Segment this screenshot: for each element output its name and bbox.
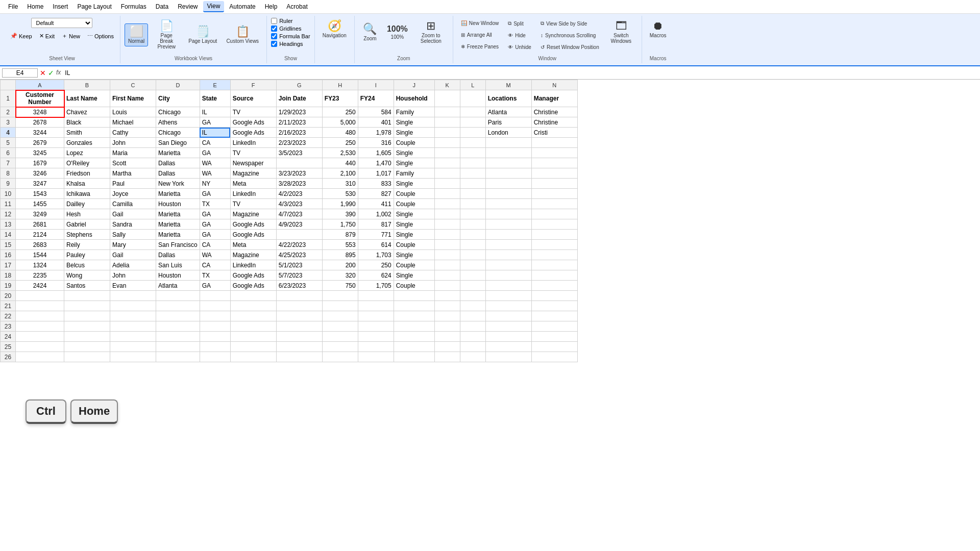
cell-G12[interactable]: 4/7/2023 (276, 209, 322, 219)
cell-G1[interactable]: Join Date (276, 90, 322, 107)
menu-automate[interactable]: Automate (225, 2, 259, 12)
cell-C4[interactable]: Cathy (110, 128, 156, 138)
cell-A5[interactable]: 2679 (16, 138, 64, 148)
menu-page-layout[interactable]: Page Layout (73, 2, 115, 12)
cell-K2[interactable] (434, 107, 460, 117)
cell-D4[interactable]: Chicago (156, 128, 200, 138)
col-header-H[interactable]: H (322, 80, 358, 90)
cell-J5[interactable]: Couple (394, 138, 434, 148)
cell-M5[interactable] (485, 138, 531, 148)
cell-J16[interactable]: Single (394, 250, 434, 260)
row-header-3[interactable]: 3 (1, 117, 16, 128)
cell-I19[interactable]: 1,705 (358, 281, 394, 291)
cell-F13[interactable]: Google Ads (230, 219, 276, 230)
cell-F17[interactable]: LinkedIn (230, 260, 276, 270)
cell-D20[interactable] (156, 291, 200, 301)
cell-K3[interactable] (434, 117, 460, 128)
cell-I2[interactable]: 584 (358, 107, 394, 117)
cell-M15[interactable] (485, 240, 531, 250)
cell-L1[interactable] (460, 90, 485, 107)
cell-K6[interactable] (434, 148, 460, 158)
cell-F2[interactable]: TV (230, 107, 276, 117)
col-header-C[interactable]: C (110, 80, 156, 90)
cell-K10[interactable] (434, 189, 460, 199)
cell-M4[interactable]: London (485, 128, 531, 138)
row-header-13[interactable]: 13 (1, 219, 16, 230)
cell-M19[interactable] (485, 281, 531, 291)
cell-N15[interactable] (531, 240, 577, 250)
cell-E18[interactable]: TX (200, 270, 230, 281)
options-button[interactable]: ⋯ Options (85, 32, 116, 40)
cell-M17[interactable] (485, 260, 531, 270)
cell-J23[interactable] (394, 321, 434, 332)
cell-J8[interactable]: Family (394, 168, 434, 179)
cell-H20[interactable] (322, 291, 358, 301)
cell-K24[interactable] (434, 332, 460, 342)
cell-I7[interactable]: 1,470 (358, 158, 394, 168)
cell-D2[interactable]: Chicago (156, 107, 200, 117)
cell-J2[interactable]: Family (394, 107, 434, 117)
cell-L12[interactable] (460, 209, 485, 219)
row-header-12[interactable]: 12 (1, 209, 16, 219)
cell-L21[interactable] (460, 301, 485, 311)
cell-H24[interactable] (322, 332, 358, 342)
cell-K7[interactable] (434, 158, 460, 168)
cell-J7[interactable]: Single (394, 158, 434, 168)
row-header-15[interactable]: 15 (1, 240, 16, 250)
cell-F12[interactable]: Magazine (230, 209, 276, 219)
cell-C19[interactable]: Evan (110, 281, 156, 291)
cell-J21[interactable] (394, 301, 434, 311)
row-header-14[interactable]: 14 (1, 230, 16, 240)
cell-F5[interactable]: LinkedIn (230, 138, 276, 148)
navigation-button[interactable]: 🧭 Navigation (319, 18, 350, 41)
cell-G4[interactable]: 2/16/2023 (276, 128, 322, 138)
cell-G23[interactable] (276, 321, 322, 332)
cell-M18[interactable] (485, 270, 531, 281)
cell-G21[interactable] (276, 301, 322, 311)
row-header-1[interactable]: 1 (1, 90, 16, 107)
cell-C12[interactable]: Gail (110, 209, 156, 219)
cell-L11[interactable] (460, 199, 485, 209)
cell-D1[interactable]: City (156, 90, 200, 107)
cell-F24[interactable] (230, 332, 276, 342)
cell-B1[interactable]: Last Name (64, 90, 110, 107)
cell-A19[interactable]: 2424 (16, 281, 64, 291)
cell-I25[interactable] (358, 342, 394, 352)
cell-N9[interactable] (531, 179, 577, 189)
cell-C18[interactable]: John (110, 270, 156, 281)
cell-I16[interactable]: 1,703 (358, 250, 394, 260)
cell-J25[interactable] (394, 342, 434, 352)
cell-E19[interactable]: GA (200, 281, 230, 291)
col-header-L[interactable]: L (460, 80, 485, 90)
cell-H2[interactable]: 250 (322, 107, 358, 117)
cell-D11[interactable]: Houston (156, 199, 200, 209)
cell-B17[interactable]: Belcus (64, 260, 110, 270)
row-header-5[interactable]: 5 (1, 138, 16, 148)
cell-N13[interactable] (531, 219, 577, 230)
cell-E15[interactable]: CA (200, 240, 230, 250)
cell-D9[interactable]: New York (156, 179, 200, 189)
cell-H9[interactable]: 310 (322, 179, 358, 189)
cell-B3[interactable]: Black (64, 117, 110, 128)
cell-A1[interactable]: CustomerNumber (16, 90, 64, 107)
cell-A7[interactable]: 1679 (16, 158, 64, 168)
cell-J26[interactable] (394, 352, 434, 362)
cell-B12[interactable]: Hesh (64, 209, 110, 219)
cell-L26[interactable] (460, 352, 485, 362)
cell-A10[interactable]: 1543 (16, 189, 64, 199)
row-header-22[interactable]: 22 (1, 311, 16, 321)
cell-D18[interactable]: Houston (156, 270, 200, 281)
col-header-F[interactable]: F (230, 80, 276, 90)
cell-L22[interactable] (460, 311, 485, 321)
cell-G3[interactable]: 2/11/2023 (276, 117, 322, 128)
col-header-N[interactable]: N (531, 80, 577, 90)
cell-C8[interactable]: Martha (110, 168, 156, 179)
cell-H18[interactable]: 320 (322, 270, 358, 281)
cell-F3[interactable]: Google Ads (230, 117, 276, 128)
cell-C21[interactable] (110, 301, 156, 311)
cell-E4[interactable]: IL (200, 128, 230, 138)
cell-J24[interactable] (394, 332, 434, 342)
cell-A17[interactable]: 1324 (16, 260, 64, 270)
cell-H17[interactable]: 200 (322, 260, 358, 270)
cell-E11[interactable]: TX (200, 199, 230, 209)
